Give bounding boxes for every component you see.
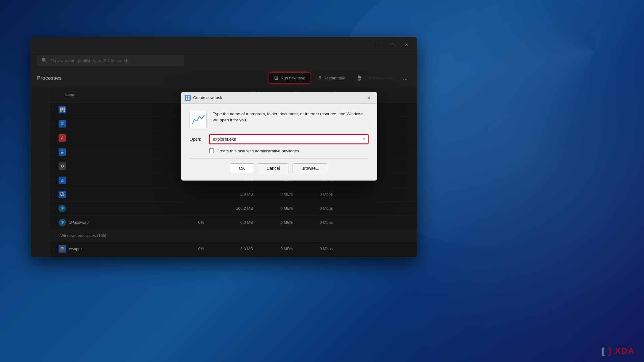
- performance-chart-icon: [191, 113, 205, 126]
- svg-rect-1: [188, 96, 190, 97]
- dialog-divider: [190, 158, 369, 158]
- dialog-open-label: Open:: [190, 137, 205, 142]
- create-task-dialog: Create new task ✕ Type the name of a pro…: [181, 92, 377, 181]
- ok-button[interactable]: OK: [230, 163, 254, 173]
- browse-button[interactable]: Browse...: [293, 163, 328, 173]
- dialog-title: Create new task: [193, 95, 362, 100]
- dialog-backdrop: [0, 0, 644, 362]
- dialog-body: Type the name of a program, folder, docu…: [181, 104, 377, 181]
- admin-privileges-checkbox[interactable]: [209, 148, 214, 153]
- cancel-button[interactable]: Cancel: [258, 163, 289, 173]
- task-icon: [190, 111, 207, 128]
- dialog-title-bar: Create new task ✕: [181, 92, 377, 104]
- dialog-input[interactable]: explorer.exe: [213, 137, 363, 142]
- dialog-description: Type the name of a program, folder, docu…: [213, 111, 369, 128]
- dialog-content-row: Type the name of a program, folder, docu…: [190, 111, 369, 128]
- svg-rect-0: [186, 96, 187, 97]
- dropdown-arrow-icon[interactable]: ▾: [363, 137, 365, 141]
- svg-rect-2: [186, 98, 187, 100]
- admin-privileges-label: Create this task with administrative pri…: [217, 149, 300, 153]
- dialog-open-row: Open: explorer.exe ▾: [190, 134, 369, 144]
- dialog-close-button[interactable]: ✕: [364, 94, 374, 101]
- task-manager-small-icon: [186, 96, 190, 100]
- svg-rect-3: [188, 98, 190, 100]
- dialog-title-icon: [185, 95, 191, 101]
- dialog-checkbox-row: Create this task with administrative pri…: [209, 148, 369, 153]
- dialog-actions: OK Cancel Browse...: [190, 163, 369, 174]
- dialog-input-container[interactable]: explorer.exe ▾: [209, 134, 369, 144]
